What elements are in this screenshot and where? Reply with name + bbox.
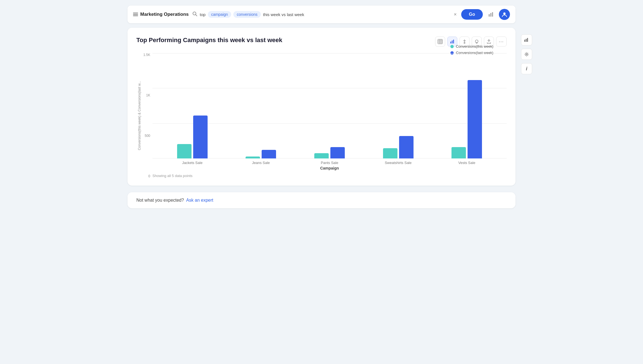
sidebar-gear-icon[interactable] bbox=[521, 49, 532, 60]
clear-button[interactable]: × bbox=[451, 11, 459, 19]
topbar-right bbox=[486, 9, 510, 20]
svg-rect-5 bbox=[524, 40, 525, 42]
search-text-top: top bbox=[200, 12, 206, 17]
bar-last-week[interactable] bbox=[193, 116, 208, 158]
bar-last-week[interactable] bbox=[262, 150, 276, 158]
not-expected-text: Not what you expected? bbox=[136, 198, 184, 203]
more-btn[interactable]: ⋯ bbox=[496, 37, 507, 47]
app-title: Marketing Operations bbox=[140, 12, 189, 17]
chart-grid-and-bars bbox=[152, 53, 507, 158]
svg-rect-16 bbox=[453, 40, 454, 43]
y-tick: 1K bbox=[146, 94, 150, 97]
go-button[interactable]: Go bbox=[461, 9, 483, 20]
chart-container: Conversions(this week) & Conversions(las… bbox=[136, 53, 507, 178]
svg-point-8 bbox=[526, 54, 527, 55]
campaign-group bbox=[383, 136, 414, 158]
topbar: Marketing Operations top campaign conver… bbox=[127, 6, 516, 23]
search-token-conversions[interactable]: conversions bbox=[233, 11, 261, 18]
bars-pair bbox=[314, 147, 345, 158]
y-axis-label: Conversions(this week) & Conversions(las… bbox=[136, 81, 141, 150]
svg-point-18 bbox=[475, 40, 478, 43]
svg-point-17 bbox=[464, 42, 465, 43]
search-token-campaign[interactable]: campaign bbox=[208, 11, 231, 18]
legend-dot-teal bbox=[450, 45, 454, 48]
x-label: Jeans Sale bbox=[246, 161, 276, 165]
right-sidebar: i bbox=[521, 34, 532, 74]
search-area: top campaign conversions this week vs la… bbox=[192, 9, 483, 20]
bar-chart-topbar-icon[interactable] bbox=[486, 10, 496, 19]
bar-last-week[interactable] bbox=[330, 147, 345, 158]
x-label: Vests Sale bbox=[451, 161, 482, 165]
campaign-group bbox=[246, 150, 276, 158]
bar-this-week[interactable] bbox=[383, 148, 397, 158]
table-view-btn[interactable] bbox=[435, 37, 445, 47]
svg-rect-9 bbox=[438, 39, 442, 44]
chart-title: Top Performing Campaigns this week vs la… bbox=[136, 37, 282, 44]
y-tick: 500 bbox=[145, 134, 150, 137]
y-axis-area: Conversions(this week) & Conversions(las… bbox=[136, 53, 152, 178]
ask-expert-link[interactable]: Ask an expert bbox=[186, 198, 213, 203]
bars-area bbox=[152, 53, 507, 158]
campaign-group bbox=[314, 147, 345, 158]
avatar-button[interactable] bbox=[499, 9, 510, 20]
x-label: Pants Sale bbox=[314, 161, 345, 165]
bar-last-week[interactable] bbox=[468, 80, 482, 158]
campaign-group bbox=[451, 80, 482, 158]
svg-rect-1 bbox=[489, 14, 490, 17]
x-label: Sweatshirts Sale bbox=[383, 161, 414, 165]
chart-main: Jackets SaleJeans SalePants SaleSweatshi… bbox=[152, 53, 507, 178]
y-tick: 0 bbox=[148, 175, 150, 178]
bars-pair bbox=[383, 136, 414, 158]
y-axis-ticks: 05001K1.5K bbox=[141, 53, 152, 178]
svg-rect-2 bbox=[490, 13, 491, 17]
y-tick: 1.5K bbox=[143, 53, 150, 57]
main-chart-card: i Top Performing Campaigns this week vs … bbox=[127, 28, 516, 186]
x-axis-title: Campaign bbox=[152, 166, 507, 170]
app-title-area: Marketing Operations bbox=[133, 12, 189, 17]
x-labels: Jackets SaleJeans SalePants SaleSweatshi… bbox=[152, 158, 507, 165]
svg-rect-6 bbox=[526, 39, 527, 42]
svg-rect-15 bbox=[452, 40, 453, 43]
search-text-week: this week vs last week bbox=[263, 12, 304, 17]
legend-label-this-week: Conversions(this week) bbox=[456, 44, 493, 48]
sidebar-chart-icon[interactable] bbox=[521, 34, 532, 45]
bars-pair bbox=[177, 116, 208, 158]
svg-rect-7 bbox=[527, 38, 528, 42]
sidebar-info-icon[interactable]: i bbox=[521, 63, 532, 74]
svg-rect-14 bbox=[450, 42, 451, 43]
bars-pair bbox=[246, 150, 276, 158]
bars-pair bbox=[451, 80, 482, 158]
bar-this-week[interactable] bbox=[451, 147, 466, 158]
bar-last-week[interactable] bbox=[399, 136, 414, 158]
bar-this-week[interactable] bbox=[177, 144, 192, 158]
svg-point-4 bbox=[503, 12, 506, 15]
chart-footer: Showing all 5 data points bbox=[152, 174, 507, 178]
legend-item-this-week: Conversions(this week) bbox=[450, 44, 493, 48]
x-label: Jackets Sale bbox=[177, 161, 208, 165]
search-icon bbox=[192, 11, 198, 18]
bar-this-week[interactable] bbox=[246, 157, 260, 158]
campaign-group bbox=[177, 116, 208, 158]
hamburger-icon[interactable] bbox=[133, 13, 138, 16]
bottom-section: Not what you expected? Ask an expert bbox=[127, 192, 516, 208]
svg-rect-3 bbox=[492, 12, 493, 17]
bar-this-week[interactable] bbox=[314, 153, 329, 158]
